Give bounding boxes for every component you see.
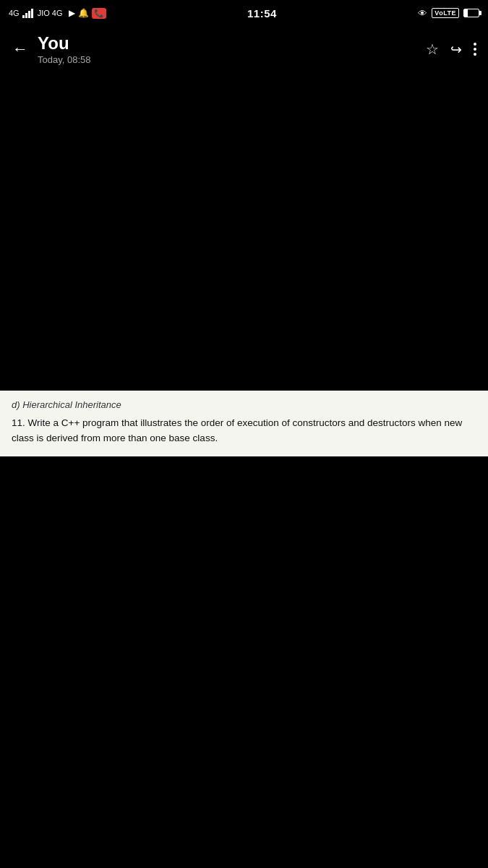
battery-fill (464, 9, 468, 17)
header-subtitle: Today, 08:58 (38, 54, 426, 65)
status-bar-left: 4G JIO 4G ▶ 🔔 📞 (9, 8, 106, 19)
partial-text: d) Hierarchical Inheritance (12, 398, 476, 412)
carrier-label: JIO 4G (38, 9, 63, 17)
back-button[interactable]: ← (6, 35, 35, 64)
main-content: d) Hierarchical Inheritance 11. Write a … (0, 72, 488, 868)
volte-badge: VoLTE (432, 8, 459, 18)
play-icon: ▶ (69, 8, 75, 18)
notification-icon: 🔔 (78, 8, 89, 18)
document-area: d) Hierarchical Inheritance 11. Write a … (0, 391, 488, 456)
eye-icon: 👁 (418, 8, 427, 19)
dot-3 (474, 53, 476, 56)
share-icon[interactable]: ↪ (450, 41, 462, 58)
status-bar-time: 11:54 (247, 7, 277, 20)
app-header: ← You Today, 08:58 ☆ ↪ (0, 26, 488, 72)
battery-icon (463, 9, 479, 17)
question-text: 11. Write a C++ program that illustrates… (12, 415, 476, 446)
header-title: You (38, 33, 426, 54)
header-title-area: You Today, 08:58 (35, 33, 426, 66)
star-icon[interactable]: ☆ (426, 41, 439, 58)
question-body: Write a C++ program that illustrates the… (12, 417, 462, 444)
back-arrow-icon: ← (12, 41, 28, 57)
dot-2 (474, 48, 476, 51)
more-options-button[interactable] (474, 43, 476, 56)
status-bar-right: 👁 VoLTE (418, 8, 479, 19)
signal-icon (22, 8, 33, 18)
dot-1 (474, 43, 476, 46)
call-icon: 📞 (92, 8, 106, 19)
status-bar: 4G JIO 4G ▶ 🔔 📞 11:54 👁 VoLTE (0, 0, 488, 26)
question-number: 11. (12, 417, 25, 428)
signal-strength-label: 4G (9, 9, 20, 17)
header-actions: ☆ ↪ (426, 41, 482, 58)
